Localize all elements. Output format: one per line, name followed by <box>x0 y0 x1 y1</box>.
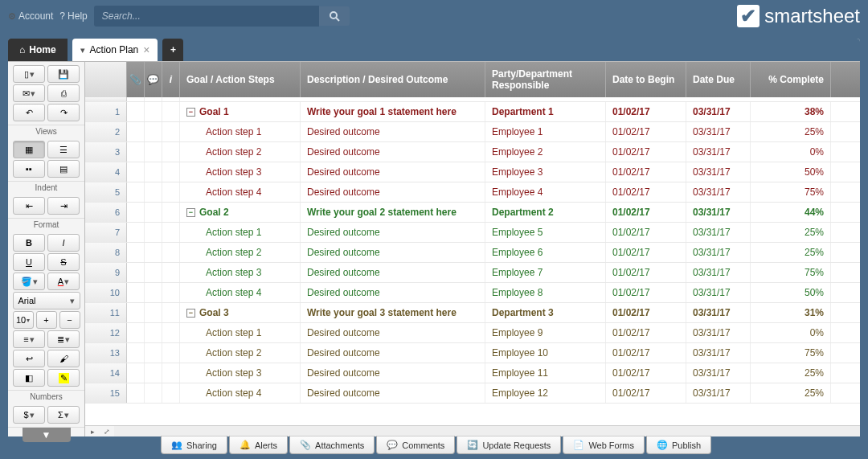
attach-col-header[interactable]: 📎 <box>127 62 145 97</box>
search-input[interactable] <box>94 6 319 27</box>
row-number[interactable]: 3 <box>85 142 127 162</box>
info-cell[interactable] <box>162 223 180 242</box>
cell-pct[interactable]: 0% <box>751 142 831 162</box>
comment-cell[interactable] <box>145 383 162 403</box>
cell-party[interactable]: Department 2 <box>485 203 606 222</box>
strike-button[interactable]: S <box>47 253 80 271</box>
undo-button[interactable]: ↶ <box>13 104 45 121</box>
table-row[interactable]: 7Action step 1Desired outcomeEmployee 50… <box>85 223 860 243</box>
cell-party[interactable]: Employee 7 <box>485 263 606 282</box>
fontsize-up[interactable]: + <box>36 311 57 329</box>
comment-cell[interactable] <box>145 182 162 202</box>
info-cell[interactable] <box>162 142 180 162</box>
table-row[interactable]: 8Action step 2Desired outcomeEmployee 60… <box>85 243 860 263</box>
attach-cell[interactable] <box>127 363 145 383</box>
comment-cell[interactable] <box>145 343 162 363</box>
col-begin[interactable]: Date to Begin <box>606 62 686 97</box>
cell-goal[interactable]: Action step 4 <box>180 383 301 403</box>
print-button[interactable]: ⎙ <box>47 84 80 102</box>
attach-cell[interactable] <box>127 223 145 242</box>
table-row[interactable]: 3Action step 2Desired outcomeEmployee 20… <box>85 142 860 162</box>
cell-begin[interactable]: 01/02/17 <box>606 203 686 222</box>
attach-cell[interactable] <box>127 102 145 121</box>
row-number[interactable]: 2 <box>85 122 127 141</box>
info-cell[interactable] <box>162 323 180 342</box>
cell-due[interactable]: 03/31/17 <box>686 283 751 302</box>
col-goal[interactable]: Goal / Action Steps <box>180 62 301 97</box>
attach-cell[interactable] <box>127 203 145 222</box>
comment-cell[interactable] <box>145 323 162 342</box>
cell-pct[interactable]: 75% <box>751 263 831 282</box>
cell-pct[interactable]: 31% <box>751 303 831 322</box>
new-button[interactable]: ▯▾ <box>13 65 45 83</box>
cell-party[interactable]: Employee 10 <box>485 343 606 363</box>
row-number[interactable]: 4 <box>85 162 127 182</box>
comment-cell[interactable] <box>145 142 162 162</box>
cell-desc[interactable]: Write your goal 2 statement here <box>301 203 485 222</box>
italic-button[interactable]: I <box>47 234 80 252</box>
table-row[interactable]: 4Action step 3Desired outcomeEmployee 30… <box>85 162 860 182</box>
comment-col-header[interactable]: 💬 <box>145 62 162 97</box>
fill-color-button[interactable]: 🪣▾ <box>13 273 45 290</box>
table-row[interactable]: 5Action step 4Desired outcomeEmployee 40… <box>85 182 860 203</box>
grid-view-button[interactable]: ▦ <box>13 141 45 158</box>
collapse-icon[interactable]: − <box>186 108 195 117</box>
cell-desc[interactable]: Desired outcome <box>301 223 485 242</box>
cell-party[interactable]: Employee 5 <box>485 223 606 242</box>
cell-pct[interactable]: 25% <box>751 363 831 383</box>
cell-begin[interactable]: 01/02/17 <box>606 122 686 141</box>
cell-begin[interactable]: 01/02/17 <box>606 223 686 242</box>
cell-pct[interactable]: 25% <box>751 223 831 242</box>
row-number[interactable]: 9 <box>85 263 127 282</box>
cell-pct[interactable]: 50% <box>751 283 831 302</box>
dropdown-icon[interactable]: ▾ <box>80 45 85 55</box>
attach-cell[interactable] <box>127 383 145 403</box>
cell-begin[interactable]: 01/02/17 <box>606 263 686 282</box>
comment-cell[interactable] <box>145 363 162 383</box>
col-pct[interactable]: % Complete <box>751 62 831 97</box>
attach-cell[interactable] <box>127 303 145 322</box>
attach-cell[interactable] <box>127 162 145 182</box>
cell-due[interactable]: 03/31/17 <box>686 223 751 242</box>
col-desc[interactable]: Description / Desired Outcome <box>301 62 485 97</box>
comment-cell[interactable] <box>145 162 162 182</box>
attach-cell[interactable] <box>127 142 145 162</box>
cell-desc[interactable]: Write your goal 3 statement here <box>301 303 485 322</box>
tab-update[interactable]: 🔄Update Requests <box>457 436 561 454</box>
attach-cell[interactable] <box>127 182 145 202</box>
cell-pct[interactable]: 38% <box>751 102 831 121</box>
cell-pct[interactable]: 25% <box>751 383 831 403</box>
cell-party[interactable]: Employee 2 <box>485 142 606 162</box>
tab-action-plan[interactable]: ▾ Action Plan × <box>72 39 158 61</box>
cell-goal[interactable]: Action step 3 <box>180 263 301 282</box>
cell-begin[interactable]: 01/02/17 <box>606 383 686 403</box>
font-select[interactable]: Arial▾ <box>13 292 80 309</box>
cell-goal[interactable]: Action step 2 <box>180 243 301 262</box>
cell-pct[interactable]: 0% <box>751 323 831 342</box>
clear-format-button[interactable]: ◧ <box>13 369 45 387</box>
table-row[interactable]: 2Action step 1Desired outcomeEmployee 10… <box>85 122 860 142</box>
col-party[interactable]: Party/Department Responsible <box>485 62 606 97</box>
attach-cell[interactable] <box>127 323 145 342</box>
cell-party[interactable]: Employee 11 <box>485 363 606 383</box>
cell-goal[interactable]: −Goal 3 <box>180 303 301 322</box>
row-number[interactable]: 8 <box>85 243 127 262</box>
comment-cell[interactable] <box>145 102 162 121</box>
cell-desc[interactable]: Desired outcome <box>301 323 485 342</box>
row-number[interactable]: 7 <box>85 223 127 242</box>
table-row[interactable]: 10Action step 4Desired outcomeEmployee 8… <box>85 283 860 303</box>
info-cell[interactable] <box>162 283 180 302</box>
cell-due[interactable]: 03/31/17 <box>686 142 751 162</box>
cell-desc[interactable]: Desired outcome <box>301 383 485 403</box>
tab-add[interactable]: + <box>162 39 183 61</box>
close-icon[interactable]: × <box>143 43 149 56</box>
attach-cell[interactable] <box>127 122 145 141</box>
row-number[interactable]: 11 <box>85 303 127 322</box>
table-row[interactable]: 13Action step 2Desired outcomeEmployee 1… <box>85 343 860 363</box>
cell-party[interactable]: Department 1 <box>485 102 606 121</box>
cell-party[interactable]: Employee 9 <box>485 323 606 342</box>
cell-due[interactable]: 03/31/17 <box>686 363 751 383</box>
collapse-icon[interactable]: − <box>186 309 195 318</box>
table-row[interactable]: 6−Goal 2Write your goal 2 statement here… <box>85 203 860 223</box>
col-due[interactable]: Date Due <box>686 62 751 97</box>
